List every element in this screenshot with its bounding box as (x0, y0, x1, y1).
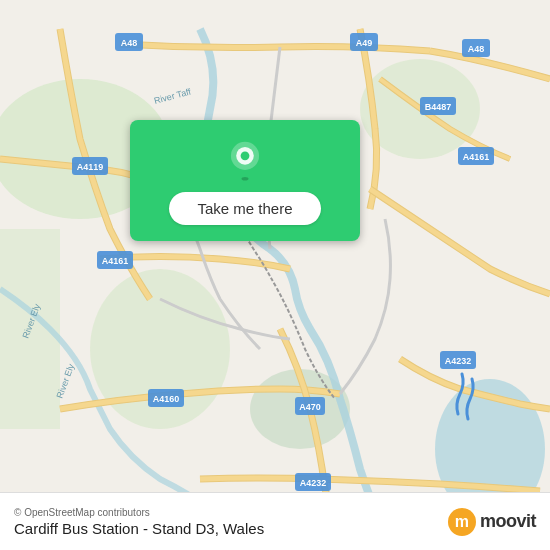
svg-text:A4119: A4119 (77, 162, 104, 172)
svg-text:A4161: A4161 (463, 152, 490, 162)
svg-text:A4161: A4161 (102, 256, 129, 266)
svg-text:A49: A49 (356, 38, 373, 48)
map-svg: A48 A49 A48 A4161 B4487 A4119 A4161 A416… (0, 0, 550, 550)
svg-text:A4232: A4232 (300, 478, 327, 488)
location-title: Cardiff Bus Station - Stand D3, Wales (14, 520, 264, 537)
svg-text:B4487: B4487 (425, 102, 452, 112)
attribution-text: © OpenStreetMap contributors (14, 507, 264, 518)
moovit-logo-icon: m (448, 508, 476, 536)
svg-text:A48: A48 (121, 38, 138, 48)
svg-text:A48: A48 (468, 44, 485, 54)
svg-point-35 (241, 177, 248, 181)
svg-text:A470: A470 (299, 402, 321, 412)
svg-text:A4160: A4160 (153, 394, 180, 404)
green-card: Take me there (130, 120, 360, 241)
map-container: A48 A49 A48 A4161 B4487 A4119 A4161 A416… (0, 0, 550, 550)
take-me-there-button[interactable]: Take me there (169, 192, 320, 225)
moovit-logo-text: moovit (480, 511, 536, 532)
info-left: © OpenStreetMap contributors Cardiff Bus… (14, 507, 264, 537)
location-card: Take me there (130, 120, 360, 241)
info-bar: © OpenStreetMap contributors Cardiff Bus… (0, 492, 550, 550)
location-pin-icon (223, 140, 267, 184)
svg-point-34 (241, 151, 250, 160)
svg-text:A4232: A4232 (445, 356, 472, 366)
moovit-logo: m moovit (448, 508, 536, 536)
